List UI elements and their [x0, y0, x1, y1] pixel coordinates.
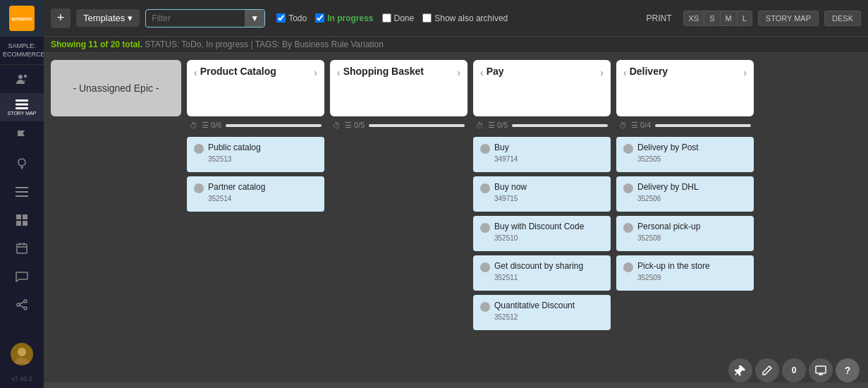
progress-bar-product-catalog: [226, 124, 322, 127]
sidebar-item-flag[interactable]: [0, 121, 44, 150]
story-id: 349715: [494, 195, 527, 202]
story-content: Partner catalog 352514: [208, 182, 265, 202]
story-title: Public catalog: [208, 143, 261, 154]
sidebar-item-bulb[interactable]: [0, 150, 44, 178]
column-shopping-basket: ‹ Shopping Basket › ⏱ ☰ 0/5: [330, 60, 467, 375]
chevron-left-icon[interactable]: ‹: [623, 67, 627, 78]
story-title: Partner catalog: [208, 182, 265, 193]
edit-button[interactable]: [755, 358, 779, 382]
filter-input[interactable]: [146, 10, 245, 27]
sidebar-item-storymap[interactable]: STORY MAP: [0, 93, 44, 121]
unassigned-epic-label: - Unassigned Epic -: [73, 83, 159, 94]
sidebar-item-chat[interactable]: [0, 262, 44, 291]
chevron-left-icon[interactable]: ‹: [337, 67, 341, 78]
sidebar-item-grid[interactable]: [0, 206, 44, 234]
toolbar: + Templates ▾ ▼ Todo In progress Done: [44, 0, 868, 37]
story-status-dot: [623, 223, 633, 233]
story-content: Delivery by Post 352505: [637, 143, 699, 163]
epic-title-pay: Pay: [487, 66, 598, 77]
size-m-button[interactable]: M: [721, 11, 738, 25]
epic-footer-product-catalog: ⏱ ☰ 0/6: [187, 121, 324, 133]
story-status-dot: [480, 223, 490, 233]
clock-icon: ⏱: [619, 121, 627, 130]
size-s-button[interactable]: S: [704, 11, 720, 25]
story-count-pay: ☰ 0/5: [488, 121, 508, 130]
story-title: Buy now: [494, 182, 527, 193]
story-card[interactable]: Delivery by Post 352505: [616, 137, 754, 172]
main-area: + Templates ▾ ▼ Todo In progress Done: [44, 0, 868, 388]
sidebar-item-list[interactable]: [0, 178, 44, 206]
epic-header-product-catalog: ‹ Product Catalog ›: [187, 60, 324, 116]
story-card[interactable]: Get discount by sharing 352511: [473, 255, 611, 291]
unassigned-epic-card: - Unassigned Epic -: [51, 60, 181, 116]
chevron-right-icon[interactable]: ›: [314, 67, 317, 78]
story-card[interactable]: Buy 349714: [473, 137, 611, 172]
svg-rect-25: [816, 366, 826, 373]
story-title: Pick-up in the store: [637, 261, 710, 272]
story-status-dot: [623, 144, 633, 154]
story-card[interactable]: Delivery by DHL 352506: [616, 176, 754, 212]
chevron-right-icon[interactable]: ›: [457, 67, 460, 78]
storymap-view-button[interactable]: STORY MAP: [758, 11, 819, 26]
sidebar-item-share[interactable]: [0, 291, 44, 319]
sidebar-logo: amazon: [0, 0, 44, 37]
story-title: Buy with Discount Code: [494, 222, 584, 233]
story-card[interactable]: Buy with Discount Code 352510: [473, 216, 611, 251]
done-checkbox[interactable]: [382, 13, 391, 23]
archived-checkbox-label[interactable]: Show also archived: [422, 13, 508, 23]
chevron-right-icon[interactable]: ›: [743, 67, 747, 78]
clock-icon: ⏱: [333, 121, 341, 130]
story-card[interactable]: Personal pick-up 352508: [616, 216, 754, 251]
chevron-left-icon[interactable]: ‹: [480, 67, 484, 78]
epic-title-shopping-basket: Shopping Basket: [343, 66, 455, 77]
inprogress-checkbox-label[interactable]: In progress: [315, 13, 373, 23]
desk-view-button[interactable]: DESK: [824, 11, 861, 26]
sidebar: amazon SAMPLE: ECOMMERCE STORY MAP v7.40…: [0, 0, 44, 388]
story-card[interactable]: Partner catalog 352514: [187, 176, 324, 212]
story-count-product-catalog: ☰ 0/6: [202, 121, 221, 130]
inprogress-checkbox[interactable]: [315, 13, 324, 23]
todo-checkbox[interactable]: [276, 13, 286, 23]
todo-checkbox-label[interactable]: Todo: [276, 13, 307, 23]
size-group: XS S M L: [683, 11, 752, 26]
svg-rect-7: [16, 191, 28, 193]
done-checkbox-label[interactable]: Done: [382, 13, 415, 23]
archived-checkbox[interactable]: [422, 13, 432, 23]
size-l-button[interactable]: L: [738, 11, 752, 25]
story-card[interactable]: Quantitative Discount 352512: [473, 295, 611, 330]
story-title: Get discount by sharing: [494, 261, 583, 272]
pin-button[interactable]: [728, 358, 752, 382]
size-xs-button[interactable]: XS: [684, 11, 705, 25]
story-id: 352505: [637, 155, 699, 163]
story-card[interactable]: Buy now 349715: [473, 176, 611, 212]
add-button[interactable]: +: [51, 8, 71, 28]
story-card[interactable]: Pick-up in the store 352509: [616, 255, 754, 291]
story-content: Buy now 349715: [494, 182, 527, 202]
column-product-catalog: ‹ Product Catalog › ⏱ ☰ 0/6 Public catal…: [187, 60, 324, 375]
story-card[interactable]: Public catalog 352513: [187, 137, 324, 172]
count-button[interactable]: 0: [782, 358, 806, 382]
chevron-left-icon[interactable]: ‹: [194, 67, 197, 78]
story-status-dot: [480, 183, 490, 193]
templates-button[interactable]: Templates ▾: [76, 9, 140, 27]
svg-point-0: [18, 75, 23, 79]
templates-chevron-icon: ▾: [128, 13, 133, 23]
svg-point-19: [24, 307, 27, 310]
avatar[interactable]: [11, 343, 33, 365]
sidebar-item-calendar[interactable]: [0, 234, 44, 262]
sidebar-item-users[interactable]: [0, 65, 44, 93]
epic-footer-pay: ⏱ ☰ 0/5: [473, 121, 611, 133]
monitor-button[interactable]: [809, 358, 833, 382]
progress-bar-shopping-basket: [369, 124, 465, 127]
progress-bar-delivery: [655, 124, 751, 127]
story-title: Quantitative Discount: [494, 301, 575, 312]
help-button[interactable]: ?: [836, 358, 860, 382]
epic-header-pay: ‹ Pay ›: [473, 60, 611, 116]
chevron-right-icon[interactable]: ›: [600, 67, 604, 78]
filter-dropdown-button[interactable]: ▼: [245, 10, 264, 27]
version-label: v7.40.2: [11, 370, 32, 388]
svg-rect-4: [16, 107, 28, 109]
story-title: Delivery by DHL: [637, 182, 699, 193]
story-id: 352514: [208, 195, 265, 202]
print-button[interactable]: PRINT: [641, 10, 678, 27]
